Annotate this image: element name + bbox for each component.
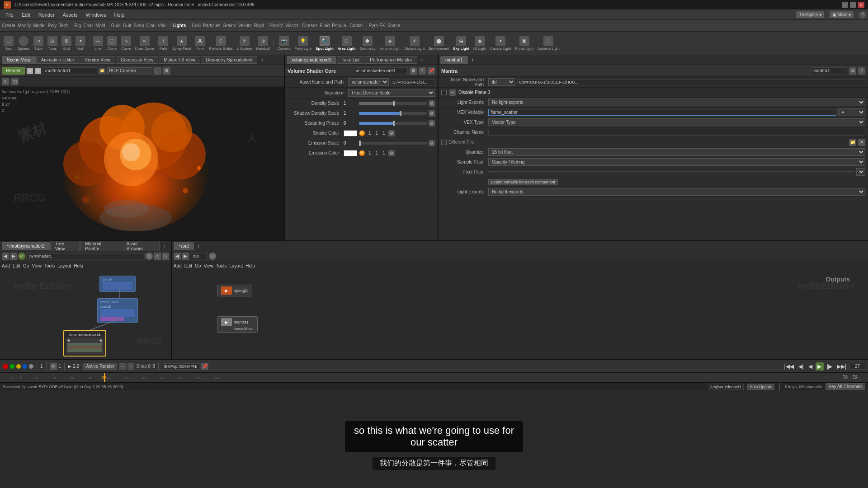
menu-render[interactable]: Render — [35, 11, 58, 19]
tab-material-palette[interactable]: Material Palette — [80, 241, 121, 251]
play-back-btn[interactable]: ◀ — [807, 363, 814, 370]
geometry-tool[interactable]: ⬢ Geometry — [358, 35, 377, 52]
out-nav-fwd[interactable]: ▶ — [182, 253, 189, 260]
pixel-filter-type[interactable]: ▾ — [856, 168, 865, 176]
tab-motion-fx[interactable]: Motion FX View — [159, 56, 200, 64]
minus-frame-btn[interactable]: − — [119, 363, 126, 370]
frame-input[interactable]: 27 — [849, 363, 865, 370]
add-menu[interactable]: Add — [2, 263, 10, 268]
pause-icon[interactable]: ⏸ — [35, 68, 41, 74]
tube-tool[interactable]: ⊃ Tube — [32, 35, 45, 52]
out-go-menu[interactable]: Go — [195, 263, 201, 268]
plus-frame-btn[interactable]: + — [127, 363, 134, 370]
platonic-tool[interactable]: ⬡ Platonic Solids — [207, 35, 234, 52]
tab-mantra1[interactable]: montral1 — [440, 56, 468, 64]
tab-volumeshader[interactable]: volumeshadercore1 — [287, 56, 336, 64]
view-select-icon[interactable]: C — [2, 78, 9, 85]
render-path-icon[interactable]: 📁 — [99, 68, 105, 74]
drawcurve-tool[interactable]: ✏ Draw Curve — [133, 35, 156, 52]
vex-variable-type[interactable]: ▾ — [838, 108, 865, 116]
mantra-help-icon[interactable]: ? — [858, 67, 865, 75]
tab-animation-editor[interactable]: Animation Editor — [36, 56, 79, 64]
signature-select[interactable]: Float Density Scale — [348, 89, 435, 97]
view-menu[interactable]: View — [32, 263, 42, 268]
disable-plane-checkbox[interactable] — [441, 90, 447, 95]
line-tool[interactable]: — Line — [91, 35, 105, 52]
transport-settings-icon[interactable]: ⚙ — [50, 363, 57, 370]
menu-help[interactable]: Help — [110, 11, 128, 19]
skylight-tool[interactable]: 🌤 Sky Light — [451, 35, 471, 52]
tab-add-bottom-right[interactable]: + — [194, 242, 203, 250]
next-frame-btn[interactable]: |▶ — [826, 363, 834, 370]
render-settings-icon[interactable]: ⚙ — [163, 67, 170, 75]
shader-settings-icon[interactable]: ⚙ — [410, 67, 417, 75]
grid-tool[interactable]: ⊞ Grid — [60, 35, 73, 52]
active-render-label[interactable]: Active Render — [83, 363, 117, 370]
export-variable-button[interactable]: Export variable for each component — [488, 179, 558, 185]
quantize-select[interactable]: 16 bit float — [488, 148, 865, 156]
menu-assets[interactable]: Assets — [59, 11, 81, 19]
tab-take-list[interactable]: Take List — [337, 56, 364, 64]
opengl1-node[interactable]: ▶ opengl1 — [217, 285, 252, 296]
environment-tool[interactable]: ⬤ Environment — [427, 35, 451, 52]
menu-windows[interactable]: Windows — [82, 11, 110, 19]
shader-pin-icon[interactable]: 📌 — [428, 67, 435, 75]
nav-back-icon[interactable]: ◀ — [2, 253, 9, 260]
out-view-menu[interactable]: View — [203, 263, 213, 268]
shadow-density-gear[interactable]: ⚙ — [429, 110, 435, 117]
help-icon[interactable]: ? — [859, 11, 866, 19]
gilight-tool[interactable]: ◉ GI Light — [472, 35, 488, 52]
play-fwd-btn[interactable]: ▶ — [816, 362, 824, 371]
distantlight-tool[interactable]: ☀ Distant Light — [403, 35, 426, 52]
minus-icon[interactable]: − — [449, 89, 456, 96]
rec-btn[interactable] — [3, 364, 8, 369]
mat-home-icon[interactable]: M — [18, 253, 25, 260]
tab-render-view[interactable]: Render View — [80, 56, 115, 64]
out-nav-circle[interactable]: 2 — [209, 253, 216, 260]
different-file-browse[interactable]: 📁 — [849, 139, 856, 146]
shader-help-icon[interactable]: ? — [419, 67, 426, 75]
pointlight-tool[interactable]: 💡 Point Light — [292, 35, 313, 52]
help-menu[interactable]: Help — [74, 263, 83, 268]
different-file-checkbox[interactable] — [441, 140, 447, 145]
ambientlight-tool[interactable]: ◌ Ambient Light — [536, 35, 561, 52]
camera-tool[interactable]: 📷 Camera — [276, 35, 292, 52]
scattering-gear[interactable]: ⚙ — [429, 120, 435, 127]
mantra-ifd-select[interactable]: ifd — [488, 78, 515, 86]
arealight-tool[interactable]: ⬡ Area Light — [336, 35, 358, 52]
sample-filter-select[interactable]: Opacity Filtering — [488, 158, 865, 166]
nav-circle-icon[interactable]: 1 — [146, 253, 153, 260]
torus-tool[interactable]: ◎ Torus — [46, 35, 59, 52]
maximize-button[interactable]: □ — [850, 2, 856, 8]
bind9-node[interactable]: bind9 — [99, 276, 136, 292]
hip-path-label[interactable]: $HIP/ipr/$SNAPN/ — [162, 363, 200, 370]
render-quality-icon[interactable]: 🎥 — [154, 67, 161, 75]
tab-add-left[interactable]: + — [258, 56, 266, 64]
nav-fwd-icon[interactable]: ▶ — [10, 253, 17, 260]
tools-menu[interactable]: Tools — [44, 263, 55, 268]
menu-file[interactable]: File — [2, 11, 17, 19]
thesplits-btn[interactable]: TheSplits ▾ — [796, 11, 824, 18]
emission-color-swatch[interactable] — [344, 150, 357, 156]
lsystem-tool[interactable]: ⚘ L-System — [235, 35, 254, 52]
snap-icon[interactable]: 📌 — [201, 363, 208, 370]
mantra-settings-icon[interactable]: ⚙ — [849, 67, 856, 75]
spotlight-tool[interactable]: 🔦 Spot Light — [314, 35, 335, 52]
causticlight-tool[interactable]: ✦ Caustic Light — [488, 35, 513, 52]
main-btn[interactable]: ▣ Main ▾ — [830, 11, 854, 18]
smoke-color-swatch[interactable] — [344, 130, 357, 136]
tab-bottom-out[interactable]: ~/out — [174, 242, 194, 250]
out-layout-menu[interactable]: Layout — [229, 263, 243, 268]
tab-tree-view[interactable]: Tree View — [50, 241, 80, 251]
path-input[interactable]: /out/mantra1 — [43, 67, 97, 74]
prev-frame-btn[interactable]: ◀| — [797, 363, 805, 370]
layout-menu[interactable]: Layout — [57, 263, 71, 268]
tab-add-bottom-left[interactable]: + — [160, 242, 169, 250]
nav-back2-icon[interactable]: ◁ — [154, 253, 161, 260]
obj-selector[interactable]: /obj/sum/doonet1 — [708, 384, 744, 390]
box-tool[interactable]: □ Box — [2, 35, 15, 52]
camera-select[interactable]: ROP Camera — [107, 67, 152, 74]
menu-edit[interactable]: Edit — [18, 11, 34, 19]
smoke-color-gear[interactable]: ⚙ — [388, 130, 395, 136]
out-tools-menu[interactable]: Tools — [216, 263, 226, 268]
